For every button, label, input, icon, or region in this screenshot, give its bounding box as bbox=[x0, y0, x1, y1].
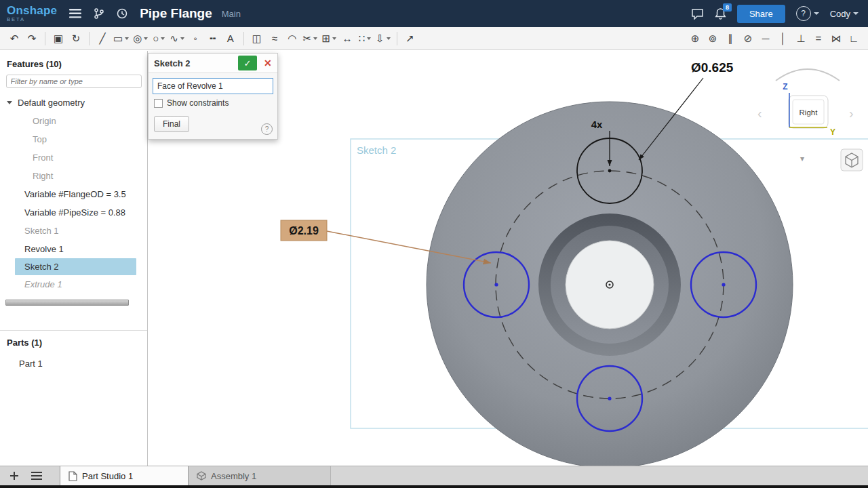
mirror-tool-icon[interactable]: ◫ bbox=[250, 30, 264, 47]
feature-item-front-plane[interactable]: Front bbox=[0, 148, 147, 167]
copy-sketch-icon[interactable]: ▣ bbox=[52, 30, 65, 47]
feature-item-origin[interactable]: Origin bbox=[0, 112, 147, 130]
isometric-view-button[interactable] bbox=[841, 149, 863, 171]
cancel-x-button[interactable]: ✕ bbox=[260, 56, 275, 70]
axis-z-label: Z bbox=[783, 82, 787, 92]
tab-part-studio-1[interactable]: Part Studio 1 bbox=[60, 466, 189, 485]
tab-assembly-1[interactable]: Assembly 1 bbox=[189, 466, 331, 485]
dropdown-caret bbox=[332, 37, 336, 40]
feature-label: Revolve 1 bbox=[24, 244, 64, 254]
feature-item-right-plane[interactable]: Right bbox=[0, 167, 147, 185]
beta-label: BETA bbox=[7, 17, 57, 22]
undo-icon[interactable]: ↶ bbox=[7, 30, 21, 47]
dialog-title-bar[interactable]: Sketch 2 ✓ ✕ bbox=[149, 54, 277, 73]
horizontal-constraint-icon[interactable]: ─ bbox=[759, 30, 772, 47]
show-constraints-row[interactable]: Show constraints bbox=[154, 98, 272, 108]
equal-constraint-icon[interactable]: = bbox=[812, 30, 825, 47]
feature-item-variable-flangeod[interactable]: Variable #FlangeOD = 3.5 bbox=[0, 185, 147, 203]
feature-group-default-geometry[interactable]: Default geometry bbox=[0, 94, 147, 112]
normal-constraint-icon[interactable]: ∟ bbox=[847, 30, 861, 47]
trim-tool-glyph: ✂ bbox=[303, 33, 312, 45]
rotate-right-chevron-icon[interactable]: › bbox=[849, 106, 854, 121]
bolt-hole-bottom-center[interactable] bbox=[608, 396, 611, 400]
transform-tool-glyph: ⊞ bbox=[321, 33, 330, 45]
insert-dxf-icon[interactable]: ⇩ bbox=[376, 30, 391, 47]
chevron-down-icon bbox=[814, 12, 819, 15]
tab-list-button[interactable] bbox=[31, 472, 42, 480]
rectangle-tool-icon[interactable]: ▭ bbox=[113, 30, 129, 47]
document-title[interactable]: Pipe Flange bbox=[140, 6, 212, 21]
view-orientation-widget: ‹ › Right Z Y ▾ bbox=[757, 69, 854, 163]
rollback-bar[interactable] bbox=[5, 300, 129, 306]
view-menu-caret-icon[interactable]: ▾ bbox=[800, 154, 804, 163]
chevron-down-icon[interactable] bbox=[7, 101, 12, 104]
feature-item-revolve-1[interactable]: Revolve 1 bbox=[0, 240, 147, 258]
show-constraints-checkbox[interactable] bbox=[154, 99, 163, 108]
bolt-hole-right-center[interactable] bbox=[722, 283, 725, 286]
line-tool-icon[interactable]: ╱ bbox=[96, 30, 109, 47]
versions-branch-icon[interactable] bbox=[94, 8, 104, 19]
history-clock-icon[interactable] bbox=[117, 8, 127, 19]
spline-tool-icon[interactable]: ∿ bbox=[170, 30, 184, 47]
dialog-title: Sketch 2 bbox=[154, 58, 190, 68]
offset-tool-icon[interactable]: ≈ bbox=[268, 30, 281, 47]
feature-item-sketch-1[interactable]: Sketch 1 bbox=[0, 222, 147, 240]
vertical-constraint-icon[interactable]: │ bbox=[776, 30, 790, 47]
sketch-toolbar: ↶ ↷ ▣ ↻ ╱ ▭ ◎ ○ ∿ ◦ ╍ A ◫ ≈ ◠ ✂ ⊞ ↔ ∷ ⇩ … bbox=[0, 27, 868, 50]
feature-filter-input[interactable] bbox=[6, 75, 142, 88]
part-item-part-1[interactable]: Part 1 bbox=[0, 354, 147, 372]
hole-diameter-dimension[interactable]: Ø0.625 bbox=[691, 60, 734, 75]
ellipse-tool-icon[interactable]: ○ bbox=[152, 30, 165, 47]
feature-item-variable-pipesize[interactable]: Variable #PipeSize = 0.88 bbox=[0, 203, 147, 222]
dialog-help-icon[interactable]: ? bbox=[261, 123, 273, 135]
toolbar-separator bbox=[397, 32, 397, 45]
bolt-circle-dimension[interactable]: Ø2.19 bbox=[289, 225, 319, 237]
pattern-tool-icon[interactable]: ∷ bbox=[358, 30, 372, 47]
top-bar: Onshape BETA Pipe Flange Main 8 Share ? … bbox=[0, 0, 868, 27]
add-tab-button[interactable] bbox=[9, 471, 19, 481]
circle-tool-icon[interactable]: ◎ bbox=[133, 30, 148, 47]
transform-tool-icon[interactable]: ⊞ bbox=[321, 30, 336, 47]
bolt-hole-left-center[interactable] bbox=[494, 283, 498, 286]
origin-dot bbox=[608, 283, 610, 285]
feature-item-sketch-2-selected[interactable]: Sketch 2 bbox=[15, 258, 136, 275]
onshape-logo[interactable]: Onshape BETA bbox=[7, 5, 57, 22]
accept-check-button[interactable]: ✓ bbox=[238, 56, 257, 70]
show-constraints-label: Show constraints bbox=[167, 98, 229, 108]
bolt-hole-top-center[interactable] bbox=[608, 169, 612, 173]
feature-label: Front bbox=[33, 152, 53, 163]
text-tool-icon[interactable]: A bbox=[224, 30, 237, 47]
dimension-tool-icon[interactable]: ↔ bbox=[340, 30, 354, 47]
derived-icon[interactable]: ↻ bbox=[69, 30, 83, 47]
hole-count-label[interactable]: 4x bbox=[591, 119, 603, 130]
sketch-plane-field[interactable]: Face of Revolve 1 bbox=[153, 78, 273, 94]
circle-tool-glyph: ◎ bbox=[133, 33, 142, 45]
final-button[interactable]: Final bbox=[154, 116, 189, 132]
rotate-view-arc[interactable] bbox=[776, 69, 840, 81]
hamburger-menu-icon[interactable] bbox=[69, 9, 81, 18]
symmetric-constraint-icon[interactable]: ⋈ bbox=[829, 30, 843, 47]
help-menu[interactable]: ? bbox=[796, 6, 819, 21]
perpendicular-constraint-icon[interactable]: ⊥ bbox=[794, 30, 808, 47]
workspace-branch[interactable]: Main bbox=[222, 9, 241, 19]
rotate-left-chevron-icon[interactable]: ‹ bbox=[757, 106, 762, 121]
user-menu[interactable]: Cody bbox=[830, 9, 859, 19]
coincident-constraint-icon[interactable]: ⊕ bbox=[688, 30, 702, 47]
tab-tools bbox=[0, 466, 60, 485]
trim-tool-icon[interactable]: ✂ bbox=[303, 30, 318, 47]
construction-tool-icon[interactable]: ╍ bbox=[206, 30, 220, 47]
tangent-constraint-icon[interactable]: ⊘ bbox=[741, 30, 755, 47]
fillet-tool-icon[interactable]: ◠ bbox=[285, 30, 299, 47]
redo-icon[interactable]: ↷ bbox=[25, 30, 39, 47]
comments-icon[interactable] bbox=[691, 8, 704, 20]
notifications-bell-icon[interactable]: 8 bbox=[715, 7, 726, 20]
feature-item-extrude-1-suppressed[interactable]: Extrude 1 bbox=[0, 275, 147, 293]
feature-item-top-plane[interactable]: Top bbox=[0, 130, 147, 148]
parallel-constraint-icon[interactable]: ∥ bbox=[724, 30, 737, 47]
measure-icon[interactable]: ↗ bbox=[403, 30, 417, 47]
point-tool-icon[interactable]: ◦ bbox=[189, 30, 202, 47]
share-button[interactable]: Share bbox=[737, 5, 785, 23]
bottom-strip bbox=[0, 485, 868, 488]
dropdown-caret bbox=[125, 37, 129, 40]
concentric-constraint-icon[interactable]: ⊚ bbox=[706, 30, 719, 47]
